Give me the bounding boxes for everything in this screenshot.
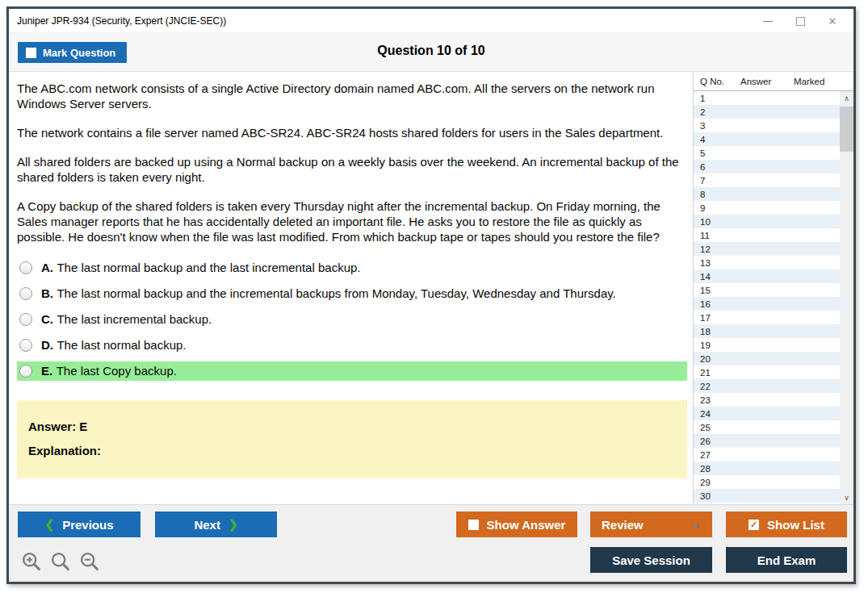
question-list-row[interactable]: 5: [694, 146, 841, 160]
question-list-row[interactable]: 29: [694, 475, 841, 489]
radio-button[interactable]: [19, 261, 32, 274]
window-title: Juniper JPR-934 (Security, Expert (JNCIE…: [17, 15, 226, 27]
question-list-cell-q_no: 14: [694, 272, 740, 282]
end-exam-label: End Exam: [757, 553, 816, 567]
question-list-cell-q_no: 17: [694, 313, 740, 323]
question-list-cell-q_no: 4: [694, 135, 740, 144]
question-list-row[interactable]: 4: [694, 132, 841, 146]
close-button[interactable]: ✕: [816, 10, 849, 32]
question-list-row[interactable]: 18: [694, 324, 841, 338]
question-list-cell-q_no: 21: [694, 368, 740, 378]
question-list-cell-q_no: 30: [694, 491, 740, 501]
radio-button[interactable]: [19, 313, 32, 326]
question-list-row[interactable]: 17: [694, 311, 841, 324]
question-list-row[interactable]: 7: [694, 173, 841, 187]
question-list-cell-q_no: 29: [694, 478, 740, 487]
next-label: Next: [194, 518, 220, 532]
show-answer-checkbox[interactable]: [468, 520, 479, 530]
question-list-row[interactable]: 9: [694, 201, 841, 215]
question-list-cell-q_no: 22: [694, 382, 740, 391]
question-list-row[interactable]: 14: [694, 269, 841, 283]
scroll-up-icon[interactable]: ∧: [840, 91, 853, 105]
question-list-cell-q_no: 28: [694, 464, 740, 474]
question-list-row[interactable]: 15: [694, 283, 841, 297]
option-letter: C.: [41, 312, 53, 326]
question-list-row[interactable]: 12: [694, 242, 841, 256]
zoom-reset-icon[interactable]: [49, 550, 72, 573]
question-list-header: Q No. Answer Marked: [694, 72, 853, 91]
previous-button[interactable]: ❮ Previous: [18, 512, 140, 537]
check-icon: ✓: [750, 520, 757, 529]
option-c[interactable]: C. The last incremental backup.: [17, 310, 687, 329]
show-list-button[interactable]: ✓ Show List: [726, 512, 847, 537]
question-list-row[interactable]: 28: [694, 461, 841, 475]
option-letter: E.: [41, 364, 52, 378]
option-text: The last Copy backup.: [57, 364, 177, 378]
option-text: The last incremental backup.: [57, 312, 212, 326]
scroll-down-icon[interactable]: ∨: [840, 491, 853, 504]
option-text: The last normal backup and the increment…: [57, 286, 615, 300]
chevron-left-icon: ❮: [44, 518, 54, 531]
minimize-button[interactable]: [752, 10, 784, 32]
question-list-row[interactable]: 24: [694, 407, 841, 420]
question-list-cell-q_no: 2: [694, 107, 740, 117]
scrollbar-thumb[interactable]: [840, 106, 853, 152]
question-area: The ABC.com network consists of a single…: [9, 72, 693, 504]
zoom-out-icon[interactable]: [78, 550, 101, 573]
column-header-answer: Answer: [740, 77, 794, 86]
option-d[interactable]: D. The last normal backup.: [17, 336, 687, 355]
option-a[interactable]: A. The last normal backup and the last i…: [17, 258, 687, 278]
option-text: The last normal backup.: [57, 338, 186, 352]
answer-panel: Answer: E Explanation:: [17, 400, 687, 478]
chevron-right-icon: ❯: [229, 518, 238, 531]
question-list-row[interactable]: 11: [694, 228, 841, 242]
question-list-row[interactable]: 3: [694, 119, 841, 132]
radio-button[interactable]: [19, 287, 32, 300]
question-list-cell-q_no: 19: [694, 340, 740, 350]
radio-button[interactable]: [19, 365, 32, 378]
maximize-icon: [796, 17, 805, 26]
question-list-row[interactable]: 19: [694, 338, 841, 352]
explanation-label: Explanation:: [28, 444, 676, 457]
question-list-row[interactable]: 22: [694, 379, 841, 393]
question-list-row[interactable]: 13: [694, 256, 841, 269]
question-paragraph: All shared folders are backed up using a…: [17, 154, 686, 185]
review-dropdown-button[interactable]: Review ▲: [590, 512, 712, 537]
review-label: Review: [602, 518, 644, 532]
zoom-in-icon[interactable]: [20, 550, 43, 573]
end-exam-button[interactable]: End Exam: [726, 547, 847, 573]
question-list-row[interactable]: 10: [694, 215, 841, 228]
question-list-cell-q_no: 12: [694, 244, 740, 254]
question-list: 1234567891011121314151617181920212223242…: [694, 91, 841, 504]
question-list-row[interactable]: 21: [694, 365, 841, 379]
question-list-row[interactable]: 8: [694, 187, 841, 201]
question-list-cell-q_no: 6: [694, 162, 740, 172]
question-list-row[interactable]: 27: [694, 448, 841, 461]
question-list-scrollbar[interactable]: ∧ ∨: [840, 91, 853, 504]
question-header-bar: Mark Question Question 10 of 10: [9, 33, 853, 72]
title-bar: Juniper JPR-934 (Security, Expert (JNCIE…: [9, 9, 853, 33]
question-list-cell-q_no: 10: [694, 217, 740, 227]
question-list-row[interactable]: 2: [694, 105, 841, 119]
option-e-highlighted[interactable]: E. The last Copy backup.: [17, 361, 687, 381]
question-list-cell-q_no: 20: [694, 354, 740, 364]
question-list-row[interactable]: 30: [694, 489, 841, 503]
question-list-row[interactable]: 23: [694, 393, 841, 407]
question-list-cell-q_no: 18: [694, 327, 740, 336]
show-answer-button[interactable]: Show Answer: [456, 512, 577, 537]
save-session-label: Save Session: [612, 553, 690, 567]
question-list-row[interactable]: 16: [694, 297, 841, 311]
next-button[interactable]: Next ❯: [155, 512, 277, 537]
question-list-row[interactable]: 20: [694, 352, 841, 365]
question-list-row[interactable]: 1: [694, 91, 841, 105]
previous-label: Previous: [62, 518, 113, 532]
option-b[interactable]: B. The last normal backup and the increm…: [17, 284, 687, 303]
option-letter: A.: [41, 261, 53, 274]
question-list-row[interactable]: 26: [694, 434, 841, 448]
show-list-checkbox-checked[interactable]: ✓: [748, 520, 759, 530]
radio-button[interactable]: [19, 339, 32, 352]
question-list-row[interactable]: 6: [694, 160, 841, 173]
question-list-row[interactable]: 25: [694, 420, 841, 434]
save-session-button[interactable]: Save Session: [590, 547, 712, 573]
maximize-button[interactable]: [784, 10, 816, 32]
